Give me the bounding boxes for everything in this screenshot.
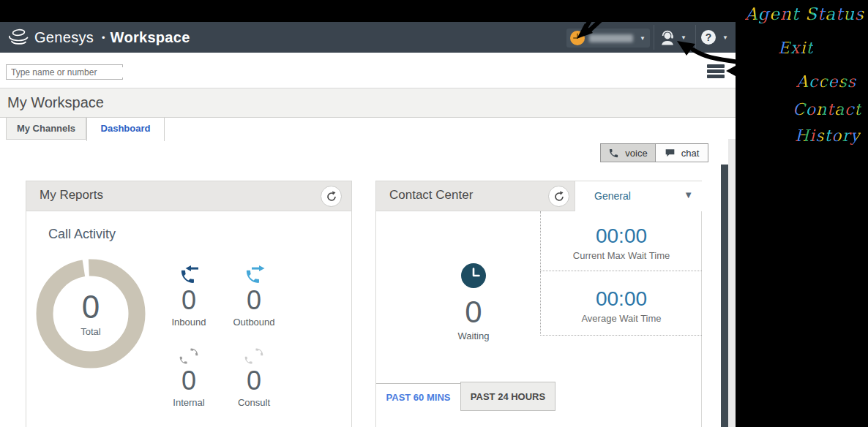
- scrollbar-track[interactable]: [728, 139, 736, 427]
- average-wait-label: Average Wait Time: [541, 313, 702, 324]
- voice-toggle-button[interactable]: voice: [600, 143, 656, 162]
- dropdown-caret-icon: ▼: [684, 189, 693, 200]
- product-name: Workspace: [111, 29, 190, 46]
- refresh-contact-center-button[interactable]: [548, 186, 569, 207]
- call-activity-title: Call Activity: [48, 227, 116, 242]
- team-communicator[interactable]: [6, 64, 123, 80]
- call-activity-donut: 0 Total: [36, 259, 146, 369]
- current-max-wait-label: Current Max Wait Time: [541, 250, 702, 261]
- internal-label: Internal: [156, 397, 222, 408]
- page-title: My Workspace: [7, 94, 104, 111]
- consult-call-icon: [244, 347, 264, 366]
- top-bar: Genesys • Workspace ▼ ▼ ? ▼: [0, 22, 736, 53]
- internal-value: 0: [156, 366, 222, 396]
- toolbar-row: [0, 53, 736, 88]
- outbound-call-icon: [243, 265, 265, 285]
- total-calls-label: Total: [81, 326, 100, 337]
- tab-my-channels[interactable]: My Channels: [6, 118, 86, 140]
- status-clock-icon: [570, 31, 585, 45]
- my-reports-header: My Reports: [26, 181, 351, 211]
- refresh-reports-button[interactable]: [321, 186, 342, 207]
- contact-center-header: Contact Center: [376, 181, 575, 211]
- waiting-value: 0: [441, 295, 506, 329]
- brand-separator: •: [102, 32, 105, 43]
- agent-status-menu[interactable]: ▼: [566, 29, 650, 48]
- total-calls-value: 0: [82, 291, 100, 323]
- help-menu-caret-icon[interactable]: ▼: [722, 34, 728, 41]
- waiting-metric: 0 Waiting: [441, 263, 506, 341]
- tab-past-60-mins[interactable]: PAST 60 MINS: [376, 384, 460, 411]
- annotation-agent-status: Agent Status: [745, 4, 864, 23]
- average-wait-time: 00:00 Average Wait Time: [540, 271, 702, 336]
- refresh-icon: [553, 191, 565, 203]
- chat-bubble-icon: [665, 148, 676, 158]
- workspace-heading-strip: My Workspace: [0, 88, 736, 117]
- metric-outbound: 0 Outbound: [221, 263, 287, 328]
- contact-center-panel: Contact Center General ▼ 0 Waiting 00:00…: [375, 181, 702, 427]
- my-reports-panel: My Reports Call Activity 0 Total: [26, 181, 352, 427]
- tab-past-24-hours[interactable]: PAST 24 HOURS: [460, 382, 555, 411]
- brand-name: Genesys: [34, 29, 94, 46]
- agent-name-redacted: [589, 34, 633, 42]
- topbar-divider: [695, 25, 696, 50]
- metric-inbound: 0 Inbound: [156, 263, 222, 328]
- metric-consult: 0 Consult: [221, 344, 287, 408]
- queue-filter-dropdown[interactable]: General ▼: [575, 181, 702, 211]
- outbound-value: 0: [221, 285, 287, 315]
- voice-label: voice: [625, 148, 647, 159]
- tab-dashboard[interactable]: Dashboard: [86, 118, 165, 141]
- metric-internal: 0 Internal: [156, 344, 222, 408]
- contact-center-title: Contact Center: [389, 188, 473, 203]
- consult-value: 0: [221, 366, 287, 396]
- annotation-contact: Contact: [793, 100, 861, 118]
- inbound-value: 0: [156, 285, 222, 315]
- phone-icon: [608, 148, 619, 159]
- genesys-logo-icon: [7, 28, 29, 48]
- main-menu-icon[interactable]: [707, 64, 725, 78]
- workspace-window: Genesys • Workspace ▼ ▼ ? ▼: [0, 22, 736, 427]
- waiting-label: Waiting: [441, 330, 506, 341]
- outbound-label: Outbound: [221, 317, 287, 328]
- chat-label: chat: [681, 148, 700, 159]
- agent-headset-icon[interactable]: [659, 29, 677, 47]
- inbound-call-icon: [178, 265, 200, 285]
- workspace-tabs: My Channels Dashboard: [0, 117, 736, 139]
- my-reports-title: My Reports: [40, 188, 103, 203]
- waiting-clock-icon: [461, 263, 486, 288]
- current-max-wait-time: 00:00 Current Max Wait Time: [540, 211, 702, 271]
- consult-label: Consult: [221, 397, 287, 408]
- media-toggle: voice chat: [600, 143, 708, 162]
- average-wait-value: 00:00: [541, 287, 702, 311]
- internal-call-icon: [179, 347, 199, 366]
- chat-toggle-button[interactable]: chat: [656, 143, 708, 162]
- annotation-history: History: [795, 126, 861, 145]
- status-caret-icon: ▼: [640, 35, 646, 42]
- inbound-label: Inbound: [156, 317, 222, 328]
- agent-menu-caret-icon[interactable]: ▼: [681, 34, 686, 41]
- topbar-divider: [654, 25, 654, 50]
- annotation-exit: Exit: [778, 39, 813, 57]
- annotation-access: Access: [796, 72, 856, 91]
- help-icon[interactable]: ?: [701, 30, 716, 45]
- scrollbar-thumb[interactable]: [721, 165, 728, 427]
- search-input[interactable]: [7, 67, 127, 78]
- queue-filter-value: General: [594, 190, 631, 202]
- current-max-wait-value: 00:00: [541, 224, 702, 248]
- refresh-icon: [326, 191, 337, 203]
